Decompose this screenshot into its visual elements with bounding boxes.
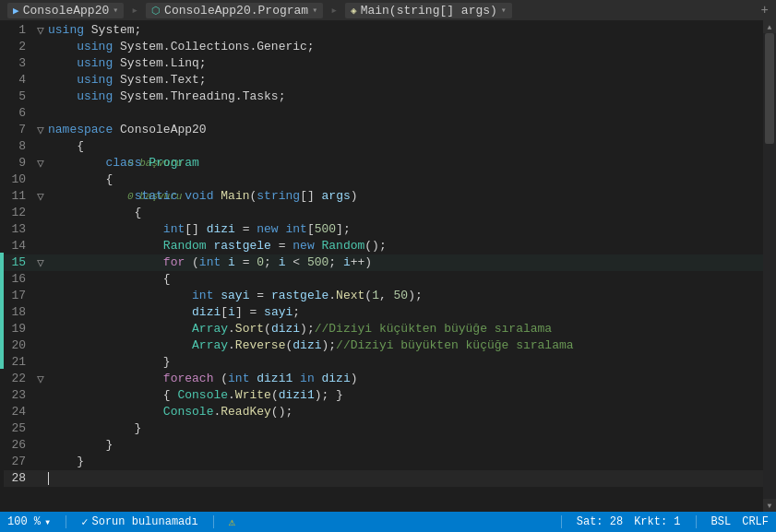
code-line-24: 24 Console.ReadKey(); bbox=[4, 404, 763, 420]
status-separator-4 bbox=[696, 515, 697, 528]
code-line-8: 8 { 0 başvuru bbox=[4, 138, 763, 155]
class-icon: ⬡ bbox=[151, 5, 161, 17]
title-bar: ▶ ConsoleApp20 ▾ ▸ ⬡ ConsoleApp20.Progra… bbox=[0, 0, 776, 20]
code-line-18: 18 dizi[i] = sayi; bbox=[4, 304, 763, 321]
zoom-label: 100 % bbox=[7, 515, 41, 528]
app-section[interactable]: ▶ ConsoleApp20 ▾ bbox=[7, 3, 124, 18]
code-line-27: 27 } bbox=[4, 454, 763, 470]
encoding-status[interactable]: BSL bbox=[711, 515, 732, 528]
code-line-4: 4 using System.Text; bbox=[4, 72, 763, 89]
code-line-13: 13 int[] dizi = new int[500]; bbox=[4, 221, 763, 238]
code-line-15: 15 ▽ for (int i = 0; i < 500; i++) bbox=[4, 254, 763, 271]
add-button[interactable]: + bbox=[761, 3, 769, 18]
method-section[interactable]: ◈ Main(string[] args) ▾ bbox=[345, 3, 512, 18]
line-ending-status[interactable]: CRLF bbox=[742, 515, 769, 528]
vertical-scrollbar[interactable]: ▲ ▼ bbox=[763, 20, 776, 512]
code-line-9: 9 ▽ class Program bbox=[4, 155, 763, 171]
code-line-11: 11 ▽ static void Main(string[] args) bbox=[4, 188, 763, 205]
app-icon: ▶ bbox=[13, 5, 19, 17]
status-separator-1 bbox=[66, 515, 66, 528]
code-line-28[interactable]: 28 bbox=[4, 470, 763, 487]
scrollbar-up-btn[interactable]: ▲ bbox=[763, 20, 776, 33]
code-line-20: 20 Array.Reverse(dizi);//Diziyi büyükten… bbox=[4, 337, 763, 354]
line-number-status: Sat: 28 bbox=[577, 515, 623, 528]
app-name: ConsoleApp20 bbox=[23, 4, 110, 18]
method-icon: ◈ bbox=[351, 5, 357, 17]
status-bar: 100 % ▾ ✓ Sorun bulunamadı ⚠ Sat: 28 Krk… bbox=[0, 512, 776, 532]
status-separator-2 bbox=[213, 515, 214, 528]
code-line-17: 17 int sayi = rastgele.Next(1, 50); bbox=[4, 288, 763, 304]
code-line-25: 25 } bbox=[4, 420, 763, 437]
code-line-6: 6 bbox=[4, 105, 763, 122]
zoom-section[interactable]: 100 % ▾ bbox=[7, 515, 51, 529]
error-status[interactable]: ✓ Sorun bulunamadı bbox=[81, 515, 197, 529]
title-separator-1: ▸ bbox=[131, 3, 138, 18]
zoom-arrow-icon: ▾ bbox=[44, 515, 51, 529]
status-separator-3 bbox=[561, 515, 562, 528]
change-indicator bbox=[0, 20, 4, 512]
code-line-19: 19 Array.Sort(dizi);//Diziyi küçükten bü… bbox=[4, 321, 763, 337]
code-line-26: 26 } bbox=[4, 437, 763, 454]
main-area: 1 ▽ using System; 2 using System.Collect… bbox=[0, 20, 776, 512]
class-section[interactable]: ⬡ ConsoleApp20.Program ▾ bbox=[146, 3, 323, 18]
warning-section[interactable]: ⚠ bbox=[229, 515, 235, 529]
column-status: Krkt: 1 bbox=[634, 515, 680, 528]
warning-icon: ⚠ bbox=[229, 515, 235, 529]
title-separator-2: ▸ bbox=[330, 3, 338, 18]
check-icon: ✓ bbox=[81, 515, 88, 529]
code-line-14: 14 Random rastgele = new Random(); bbox=[4, 238, 763, 254]
method-path: Main(string[] args) bbox=[361, 4, 497, 18]
app-dropdown-arrow: ▾ bbox=[113, 5, 118, 16]
class-dropdown-arrow: ▾ bbox=[312, 5, 317, 16]
code-line-12: 12 { bbox=[4, 205, 763, 221]
code-line-22: 22 ▽ foreach (int dizi1 in dizi) bbox=[4, 371, 763, 387]
code-editor[interactable]: 1 ▽ using System; 2 using System.Collect… bbox=[4, 20, 763, 512]
code-line-2: 2 using System.Collections.Generic; bbox=[4, 39, 763, 55]
scrollbar-down-btn[interactable]: ▼ bbox=[763, 499, 776, 512]
code-line-10: 10 { 0 başvuru bbox=[4, 171, 763, 188]
code-line-7: 7 ▽ namespace ConsoleApp20 bbox=[4, 122, 763, 138]
code-line-21: 21 } bbox=[4, 354, 763, 371]
code-line-5: 5 using System.Threading.Tasks; bbox=[4, 89, 763, 105]
editor-area: 1 ▽ using System; 2 using System.Collect… bbox=[0, 20, 776, 512]
code-line-3: 3 using System.Linq; bbox=[4, 55, 763, 72]
status-right: Sat: 28 Krkt: 1 BSL CRLF bbox=[557, 515, 769, 528]
code-line-1: 1 ▽ using System; bbox=[4, 22, 763, 39]
scrollbar-thumb[interactable] bbox=[765, 33, 774, 144]
status-text: Sorun bulunamadı bbox=[91, 515, 197, 528]
code-line-16: 16 { bbox=[4, 271, 763, 288]
code-line-23: 23 { Console.Write(dizi1); } bbox=[4, 387, 763, 404]
class-path: ConsoleApp20.Program bbox=[164, 4, 308, 18]
method-dropdown-arrow: ▾ bbox=[501, 5, 507, 16]
